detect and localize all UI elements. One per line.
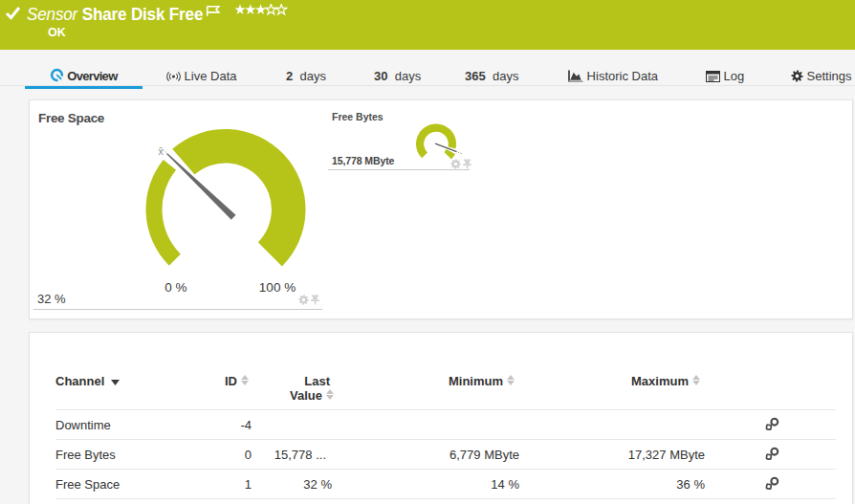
svg-text:x̄: x̄ [159, 145, 164, 157]
